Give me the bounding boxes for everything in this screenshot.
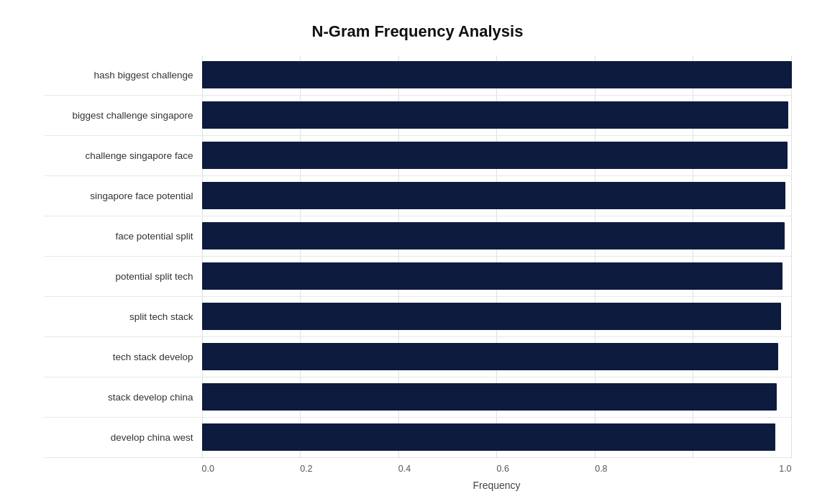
- bar-fill: [202, 222, 785, 249]
- bar-track: [202, 101, 792, 129]
- bar-label: face potential split: [44, 231, 202, 242]
- bar-row: biggest challenge singapore: [44, 96, 792, 136]
- bar-row: split tech stack: [44, 297, 792, 337]
- bar-track: [202, 222, 792, 249]
- bar-row: challenge singapore face: [44, 136, 792, 176]
- bar-row: develop china west: [44, 418, 792, 458]
- chart-container: N-Gram Frequency Analysis hash biggest c…: [22, 8, 813, 497]
- chart-area: hash biggest challengebiggest challenge …: [44, 55, 792, 458]
- bar-row: potential split tech: [44, 257, 792, 297]
- x-tick: 0.0: [202, 464, 301, 474]
- bar-row: tech stack develop: [44, 337, 792, 377]
- bar-fill: [202, 303, 781, 330]
- bar-label: hash biggest challenge: [44, 70, 202, 81]
- bar-track: [202, 142, 792, 169]
- bar-fill: [202, 423, 775, 451]
- bar-row: face potential split: [44, 216, 792, 257]
- chart-title: N-Gram Frequency Analysis: [44, 22, 792, 41]
- bar-label: stack develop china: [44, 392, 202, 403]
- x-tick: 0.6: [497, 464, 596, 474]
- x-axis-label: Frequency: [202, 480, 792, 491]
- bar-track: [202, 383, 792, 411]
- bars-container: hash biggest challengebiggest challenge …: [44, 55, 792, 458]
- bar-fill: [202, 383, 777, 411]
- x-tick: 0.4: [398, 464, 497, 474]
- bar-track: [202, 61, 792, 88]
- bar-track: [202, 423, 792, 451]
- bar-row: singapore face potential: [44, 176, 792, 216]
- bar-fill: [202, 343, 779, 370]
- bar-label: potential split tech: [44, 271, 202, 282]
- bar-fill: [202, 262, 783, 290]
- bar-label: challenge singapore face: [44, 150, 202, 161]
- bar-track: [202, 182, 792, 209]
- bar-fill: [202, 182, 786, 209]
- bar-label: singapore face potential: [44, 191, 202, 201]
- bar-row: hash biggest challenge: [44, 55, 792, 96]
- bar-track: [202, 262, 792, 290]
- bar-fill: [202, 101, 789, 129]
- bar-label: develop china west: [44, 432, 202, 443]
- bar-fill: [202, 142, 788, 169]
- x-tick: 0.8: [595, 464, 693, 474]
- bar-row: stack develop china: [44, 377, 792, 418]
- x-tick: 0.2: [300, 464, 398, 474]
- x-tick: 1.0: [693, 464, 792, 474]
- bar-track: [202, 303, 792, 330]
- bar-label: split tech stack: [44, 311, 202, 322]
- x-axis: 0.00.20.40.60.81.0: [202, 458, 792, 474]
- bar-label: biggest challenge singapore: [44, 110, 202, 121]
- bar-label: tech stack develop: [44, 352, 202, 362]
- bar-fill: [202, 61, 792, 88]
- bar-track: [202, 343, 792, 370]
